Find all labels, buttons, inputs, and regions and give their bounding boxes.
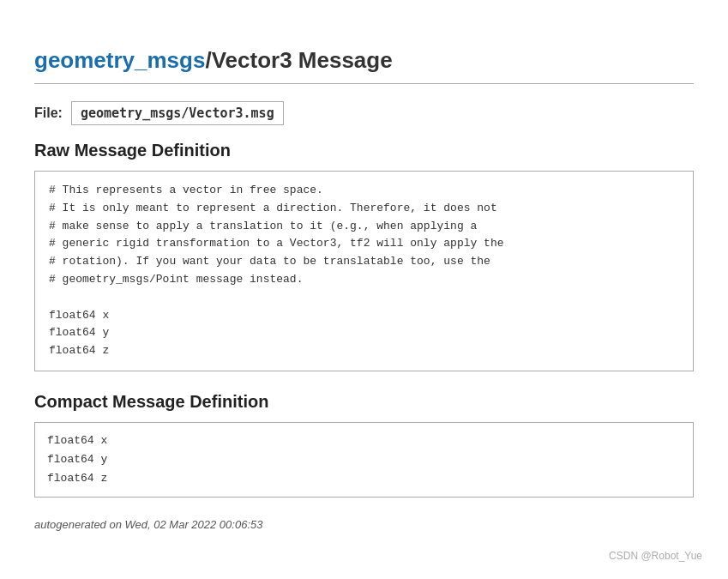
compact-code-block: float64 x float64 y float64 z [34, 422, 694, 498]
raw-section-heading: Raw Message Definition [34, 141, 694, 160]
geometry-msgs-link[interactable]: geometry_msgs [34, 47, 205, 73]
raw-section: Raw Message Definition # This represents… [34, 141, 694, 371]
compact-section: Compact Message Definition float64 x flo… [34, 392, 694, 498]
title-rest: /Vector3 Message [205, 47, 392, 73]
autogenerated-text: autogenerated on Wed, 02 Mar 2022 00:06:… [34, 518, 694, 531]
page-header: geometry_msgs/Vector3 Message [34, 43, 694, 84]
watermark: CSDN @Robot_Yue [609, 550, 702, 562]
file-row: File: geometry_msgs/Vector3.msg [34, 101, 694, 125]
header-divider [34, 83, 694, 84]
file-label: File: [34, 106, 63, 121]
file-value: geometry_msgs/Vector3.msg [71, 101, 284, 125]
page-title: geometry_msgs/Vector3 Message [34, 43, 694, 75]
compact-section-heading: Compact Message Definition [34, 392, 694, 412]
raw-code-block: # This represents a vector in free space… [34, 171, 694, 371]
